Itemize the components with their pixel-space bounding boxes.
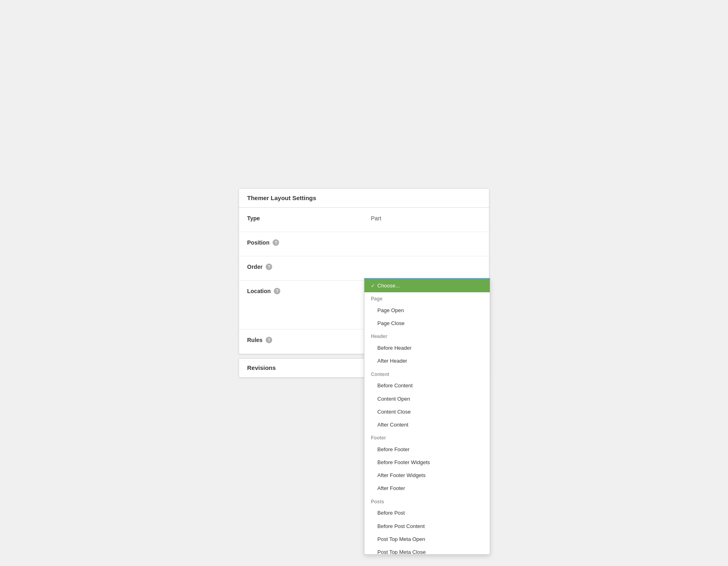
- dropdown-option-before-post-content[interactable]: Before Post Content: [364, 520, 490, 533]
- order-label: Order: [247, 264, 262, 270]
- dropdown-group-footer: Footer: [364, 431, 490, 443]
- rules-label: Rules: [247, 337, 262, 343]
- dropdown-option-choose[interactable]: ✓ Choose...: [364, 279, 490, 292]
- dropdown-option-after-header[interactable]: After Header: [364, 355, 490, 367]
- location-help-icon[interactable]: ?: [274, 288, 280, 294]
- type-value-cell: Part: [364, 208, 489, 229]
- dropdown-choose-label: Choose...: [377, 282, 400, 289]
- type-row: Type Part: [239, 208, 489, 232]
- panel-title: Themer Layout Settings: [247, 194, 316, 201]
- dropdown-option-before-footer[interactable]: Before Footer: [364, 443, 490, 456]
- rules-help-icon[interactable]: ?: [266, 337, 272, 343]
- position-label: Position: [247, 239, 269, 246]
- dropdown-option-post-top-meta-open[interactable]: Post Top Meta Open: [364, 533, 490, 546]
- order-row: Order ?: [239, 256, 489, 281]
- dropdown-scrollable: ✓ Choose... Page Page Open Page Close He…: [364, 279, 490, 554]
- dropdown-group-page: Page: [364, 292, 490, 304]
- dropdown-group-header: Header: [364, 330, 490, 342]
- dropdown-option-page-open[interactable]: Page Open: [364, 304, 490, 317]
- order-label-cell: Order ?: [239, 256, 364, 277]
- type-value: Part: [371, 215, 381, 222]
- dropdown-option-before-post[interactable]: Before Post: [364, 507, 490, 520]
- dropdown-option-content-open[interactable]: Content Open: [364, 393, 490, 405]
- dropdown-option-after-footer[interactable]: After Footer: [364, 482, 490, 495]
- dropdown-option-page-close[interactable]: Page Close: [364, 317, 490, 330]
- panel-title-bar: Themer Layout Settings: [239, 189, 489, 208]
- rules-label-cell: Rules ?: [239, 329, 364, 351]
- dropdown-option-before-header[interactable]: Before Header: [364, 342, 490, 355]
- type-label: Type: [247, 215, 260, 222]
- position-help-icon[interactable]: ?: [273, 239, 279, 246]
- location-label: Location: [247, 288, 271, 294]
- order-value-cell: [364, 256, 489, 271]
- revisions-title: Revisions: [247, 364, 276, 371]
- dropdown-group-content: Content: [364, 368, 490, 380]
- position-label-cell: Position ?: [239, 232, 364, 253]
- dropdown-group-posts: Posts: [364, 495, 490, 507]
- location-label-cell: Location ?: [239, 281, 364, 329]
- position-row: Position ?: [239, 232, 489, 256]
- position-value-cell: [364, 232, 489, 247]
- order-help-icon[interactable]: ?: [266, 264, 272, 270]
- dropdown-option-content-close[interactable]: Content Close: [364, 405, 490, 418]
- type-label-cell: Type: [239, 208, 364, 229]
- checkmark-icon: ✓: [371, 283, 375, 289]
- dropdown-option-before-footer-widgets[interactable]: Before Footer Widgets: [364, 456, 490, 469]
- position-dropdown[interactable]: ✓ Choose... Page Page Open Page Close He…: [364, 278, 490, 555]
- dropdown-option-after-content[interactable]: After Content: [364, 418, 490, 431]
- dropdown-option-after-footer-widgets[interactable]: After Footer Widgets: [364, 469, 490, 482]
- dropdown-option-post-top-meta-close[interactable]: Post Top Meta Close: [364, 546, 490, 554]
- dropdown-option-before-content[interactable]: Before Content: [364, 379, 490, 392]
